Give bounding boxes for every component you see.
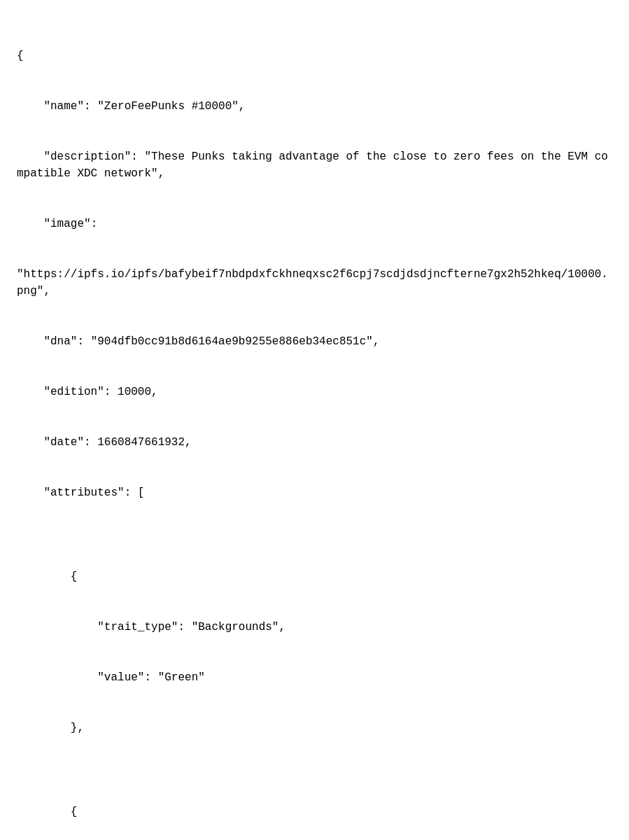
attr-0-val-value: "Green" — [158, 671, 205, 684]
attr-1-open: { — [17, 804, 612, 820]
attr-0-trait-line: "trait_type": "Backgrounds", — [17, 619, 612, 636]
image-value-line: "https://ipfs.io/ipfs/bafybeif7nbdpdxfck… — [17, 266, 612, 300]
name-line: "name": "ZeroFeePunks #10000", — [17, 98, 612, 115]
description-line: "description": "These Punks taking advan… — [17, 148, 612, 182]
date-value: 1660847661932, — [97, 436, 191, 449]
image-colon: : — [91, 218, 98, 230]
image-key: "image" — [43, 218, 90, 230]
attributes-colon: : [ — [125, 486, 145, 499]
json-viewer: { "name": "ZeroFeePunks #10000", "descri… — [17, 14, 612, 840]
date-key: "date" — [43, 436, 84, 449]
name-key: "name" — [43, 100, 84, 113]
description-colon: : — [131, 150, 144, 163]
edition-key: "edition" — [43, 386, 104, 398]
image-key-line: "image": — [17, 216, 612, 232]
image-value: "https://ipfs.io/ipfs/bafybeif7nbdpdxfck… — [17, 268, 608, 298]
edition-colon: : — [104, 386, 118, 398]
dna-key: "dna" — [43, 335, 77, 348]
attributes-key: "attributes" — [43, 486, 124, 499]
attr-0-open: { — [17, 568, 612, 585]
attr-0-value-line: "value": "Green" — [17, 669, 612, 686]
attr-0-trait-key: "trait_type" — [97, 621, 178, 634]
attributes-open-line: "attributes": [ — [17, 484, 612, 501]
dna-line: "dna": "904dfb0cc91b8d6164ae9b9255e886eb… — [17, 333, 612, 350]
date-colon: : — [84, 436, 97, 449]
date-line: "date": 1660847661932, — [17, 434, 612, 451]
dna-value: "904dfb0cc91b8d6164ae9b9255e886eb34ec851… — [91, 335, 380, 348]
description-key: "description" — [43, 150, 131, 163]
edition-value: 10000, — [118, 386, 158, 398]
attr-0-close: }, — [17, 720, 612, 736]
attr-0-trait-value: "Backgrounds", — [192, 621, 285, 634]
edition-line: "edition": 10000, — [17, 384, 612, 400]
dna-colon: : — [77, 335, 90, 348]
open-brace: { — [17, 48, 612, 64]
attr-0-val-key: "value" — [97, 671, 144, 684]
name-colon: : — [84, 100, 97, 113]
name-value: "ZeroFeePunks #10000", — [97, 100, 245, 113]
